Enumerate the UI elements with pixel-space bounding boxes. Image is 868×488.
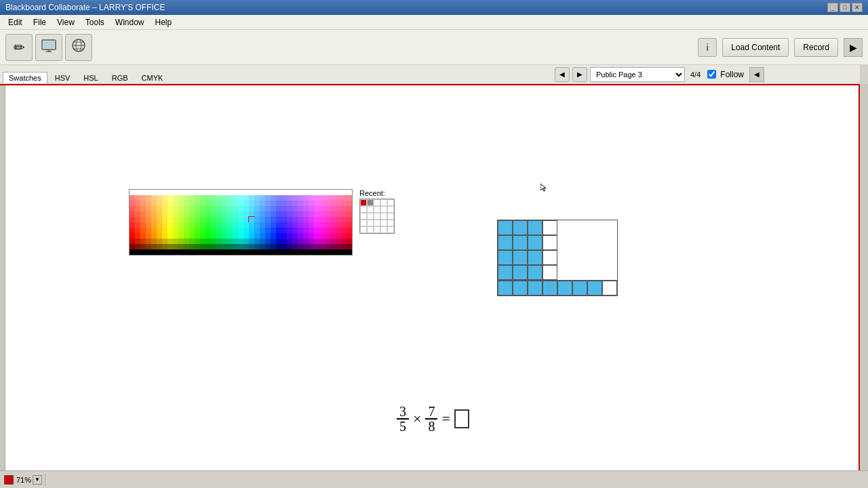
color-cell[interactable] [205,190,211,195]
color-cell[interactable] [254,249,260,255]
color-cell[interactable] [292,228,298,233]
color-cell[interactable] [325,228,330,233]
color-cell[interactable] [151,228,157,233]
color-cell[interactable] [189,195,195,201]
color-cell[interactable] [347,244,352,249]
color-cell[interactable] [309,206,314,211]
recent-color-cell[interactable] [374,206,380,213]
color-cell[interactable] [298,239,303,244]
color-cell[interactable] [341,249,347,255]
color-cell[interactable] [319,222,325,228]
color-cell[interactable] [325,249,330,255]
color-cell[interactable] [243,233,249,239]
color-cell[interactable] [140,239,146,244]
color-cell[interactable] [233,190,238,195]
color-cell[interactable] [227,190,233,195]
close-button[interactable]: ✕ [852,3,863,12]
color-cell[interactable] [260,211,265,217]
color-cell[interactable] [173,217,178,222]
color-cell[interactable] [184,190,189,195]
recent-color-grid[interactable] [359,199,395,234]
color-cell[interactable] [265,233,271,239]
color-cell[interactable] [167,239,173,244]
color-cell[interactable] [292,249,298,255]
color-cell[interactable] [157,239,162,244]
color-cell[interactable] [325,211,330,217]
color-cell[interactable] [330,249,336,255]
color-cell[interactable] [238,222,243,228]
color-cell[interactable] [130,244,135,249]
color-cell[interactable] [157,190,162,195]
color-cell[interactable] [146,195,151,201]
color-cell[interactable] [167,195,173,201]
color-cell[interactable] [260,249,265,255]
color-cell[interactable] [265,239,271,244]
color-cell[interactable] [292,201,298,206]
color-cell[interactable] [173,201,178,206]
color-cell[interactable] [238,217,243,222]
color-cell[interactable] [314,244,319,249]
color-cell[interactable] [309,244,314,249]
color-cell[interactable] [281,244,287,249]
panel-toggle-button[interactable]: ◀ [749,67,764,82]
color-cell[interactable] [178,217,184,222]
screen-share-button[interactable] [35,34,62,61]
recent-color-cell[interactable] [380,220,387,226]
color-cell[interactable] [178,228,184,233]
color-cell[interactable] [319,206,325,211]
color-cell[interactable] [265,201,271,206]
color-cell[interactable] [292,211,298,217]
color-cell[interactable] [162,244,167,249]
color-cell[interactable] [276,201,281,206]
color-cell[interactable] [140,217,146,222]
color-cell[interactable] [189,211,195,217]
menu-help[interactable]: Help [150,16,178,28]
color-cell[interactable] [243,201,249,206]
color-cell[interactable] [314,222,319,228]
color-cell[interactable] [146,222,151,228]
color-cell[interactable] [314,217,319,222]
color-cell[interactable] [216,217,222,222]
color-cell[interactable] [205,201,211,206]
color-cell[interactable] [216,239,222,244]
color-cell[interactable] [249,249,254,255]
recent-color-cell[interactable] [387,226,394,233]
color-cell[interactable] [341,233,347,239]
color-cell[interactable] [195,190,200,195]
color-cell[interactable] [276,206,281,211]
zoom-dropdown-button[interactable]: ▼ [33,475,42,485]
color-cell[interactable] [341,190,347,195]
color-cell[interactable] [314,239,319,244]
color-cell[interactable] [314,195,319,201]
color-cell[interactable] [140,222,146,228]
color-cell[interactable] [238,195,243,201]
color-cell[interactable] [151,211,157,217]
color-cell[interactable] [233,195,238,201]
color-cell[interactable] [238,211,243,217]
color-cell[interactable] [243,190,249,195]
color-cell[interactable] [130,195,135,201]
color-cell[interactable] [341,206,347,211]
color-cell[interactable] [167,228,173,233]
color-cell[interactable] [249,211,254,217]
color-cell[interactable] [135,239,140,244]
color-cell[interactable] [330,228,336,233]
color-cell[interactable] [254,233,260,239]
color-cell[interactable] [298,190,303,195]
recent-color-cell[interactable] [360,226,367,233]
color-cell[interactable] [146,228,151,233]
color-cell[interactable] [325,217,330,222]
color-cell[interactable] [271,201,276,206]
color-cell[interactable] [151,201,157,206]
color-cell[interactable] [325,195,330,201]
color-cell[interactable] [216,206,222,211]
color-cell[interactable] [314,206,319,211]
color-cell[interactable] [309,201,314,206]
recent-color-cell[interactable] [387,213,394,220]
color-cell[interactable] [173,190,178,195]
color-cell[interactable] [319,249,325,255]
color-cell[interactable] [211,233,216,239]
color-cell[interactable] [276,249,281,255]
color-cell[interactable] [341,222,347,228]
color-cell[interactable] [276,228,281,233]
